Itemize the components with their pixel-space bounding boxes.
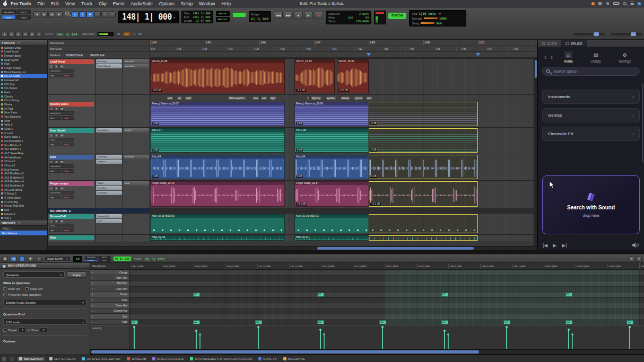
edit-horizontal-scrollbar[interactable] (48, 246, 537, 250)
lyric-word[interactable]: eyelids, (325, 96, 337, 100)
selection-region[interactable]: 0 dB (369, 155, 478, 179)
apple-menu-icon[interactable] (3, 1, 7, 6)
menu-item-window[interactable]: Window (196, 1, 218, 6)
sidebar-track-a4-newknee[interactable]: A4 NewKnee (0, 155, 47, 160)
midi-note-c2[interactable]: C2 (503, 320, 510, 324)
audio-clip[interactable]: Finger snaps_02-40 (150, 181, 285, 207)
sidebar-track-chorus2[interactable]: Chorus2 (0, 163, 47, 167)
scroll-prev-button[interactable]: |◀ (48, 11, 55, 17)
velocity-stem[interactable] (382, 328, 383, 349)
drum-audition-icon[interactable]: ▸ (90, 304, 95, 307)
insert-chrostrip[interactable]: ChroStrip (96, 191, 122, 195)
window-tab-clip-effects[interactable]: CLIP EFFECTS (47, 357, 78, 361)
sidebar-track-oc-drums[interactable]: OC DRUMS (0, 74, 47, 78)
window-tab-synthesizer-v-studio-2araplugin[interactable]: SYNTHESIZER V STUDIO 2ARAPLUGIN (188, 357, 254, 361)
track-view-selector[interactable]: clips (49, 138, 74, 142)
grid-dropdown-icon[interactable]: ▾ (439, 12, 441, 15)
selection-region[interactable] (369, 214, 478, 233)
mute-button[interactable]: M (59, 65, 64, 68)
record-arm-button[interactable]: ● (49, 187, 54, 190)
midi-horizontal-scrollbar[interactable] (90, 349, 644, 354)
mode-button-spot[interactable]: SPOT (16, 10, 31, 14)
delay-chip[interactable]: Dly (123, 32, 130, 36)
drum-audition-icon[interactable]: ▸ (90, 310, 95, 312)
insert-groovecell[interactable]: GrooveCell (96, 214, 122, 218)
send-verb[interactable]: Verb (124, 181, 149, 186)
window-tab-rx-spectral-editor[interactable]: RX SPECTRAL EDITOR (80, 357, 122, 361)
drum-lane-closed-hat[interactable]: ▸Closed Hat (90, 308, 129, 314)
trim-tool-icon[interactable]: ⊲ (11, 256, 16, 261)
mute-button[interactable]: M (59, 160, 64, 164)
dyn-selector[interactable]: dyn (49, 196, 61, 199)
velocity-stem[interactable] (320, 330, 321, 349)
midi-menu-icon[interactable]: ≡ (629, 256, 634, 261)
eucon-badge[interactable]: EUCON (388, 13, 406, 19)
checkbox-note-on[interactable]: ✓Note On (3, 287, 20, 290)
menu-item-audiosuite[interactable]: AudioSuite (128, 1, 156, 6)
insert-psa-1[interactable]: PSA-1 (96, 181, 122, 186)
track-name[interactable]: Kick (49, 155, 94, 160)
midi-note-c2[interactable]: C2 (193, 320, 200, 324)
record-arm-button[interactable]: ● (49, 219, 54, 223)
midi-note-c2[interactable]: C2 (565, 320, 572, 324)
tuplet-a-input[interactable]: 3 (19, 328, 26, 332)
splice-search-box[interactable] (542, 67, 640, 76)
sidebar-track-click-1[interactable]: Click 1 (0, 127, 47, 131)
velocity-lane[interactable] (130, 325, 644, 349)
track-name[interactable]: Hats (49, 235, 94, 240)
checkbox-preserve-note-duration[interactable]: ✓Preserve note duration (3, 293, 41, 296)
lyric-word[interactable]: wait (166, 96, 173, 100)
sidebar-track-sample-drop[interactable]: Sample Drop (0, 46, 47, 50)
lyric-word[interactable]: all (177, 96, 182, 100)
velocity-stem[interactable] (568, 330, 569, 349)
forward-button[interactable]: › (549, 54, 555, 60)
memory-location-2[interactable]: 2 (8, 32, 14, 37)
drum-lane-conga[interactable]: ▸Conga (90, 270, 129, 275)
clip-lane-reeccy-bass[interactable]: Reeccy Bass-cm_01-070 dBReeccy Bass-cm_0… (150, 101, 537, 127)
category-genres[interactable]: Genres› (542, 108, 640, 122)
group-expand-icon[interactable]: ▸ (69, 209, 71, 213)
window-tab-wavelab[interactable]: WAVELAB (125, 357, 148, 361)
tab-splice[interactable]: SPLICE (561, 40, 587, 47)
lyric-word[interactable]: With myself to (228, 96, 246, 100)
lyric-word[interactable]: lose (252, 96, 259, 100)
nav-settings[interactable]: ⚙Settings (619, 51, 631, 63)
back-button[interactable]: ‹ (542, 54, 549, 60)
quantize-target-select[interactable]: Elastic Audio Events▾ (3, 299, 86, 305)
operation-select[interactable]: Quantize▾ (3, 271, 65, 278)
sidebar-track-verb[interactable]: Verb (0, 119, 47, 123)
sidebar-track-verb-2[interactable]: Verb 2 (0, 122, 47, 127)
insert-lo-fi[interactable]: Lo-Fi (96, 219, 122, 223)
options-header[interactable]: Options (3, 339, 86, 343)
insert-lowpass[interactable]: Lowpass (96, 160, 122, 164)
volume-icon[interactable] (632, 242, 640, 249)
notation-view-icon[interactable]: ▦ (2, 256, 8, 261)
sidebar-track-v-love[interactable]: V Love (0, 131, 47, 135)
midi-ruler[interactable]: 146|1|000146|2|000146|3|000146|4|000147|… (130, 263, 644, 269)
selection-region[interactable]: 0 dB (369, 128, 478, 153)
midi-note-c2[interactable]: C2 (441, 320, 448, 324)
sidebar-track-a18-endharm4[interactable]: A18 EndHarm4 (0, 180, 47, 184)
lyric-word[interactable]: always (340, 96, 351, 100)
automation-mode-selector[interactable]: read (62, 74, 74, 77)
sidebar-track-works[interactable]: Works (0, 102, 47, 107)
clip-lane-soar-synth[interactable]: Inst 2-070 dBInst 2-080 dB0 dB (150, 128, 537, 154)
dock-icon-1[interactable] (2, 357, 6, 361)
solo-button[interactable]: S (54, 187, 59, 190)
quantize-grid-select[interactable]: 1/16 note▾ (3, 319, 86, 325)
mute-button[interactable]: M (59, 187, 64, 190)
window-tab-midi-editor[interactable]: MIDI EDITOR (17, 357, 45, 361)
audio-clip[interactable]: Kick_840 dB (294, 155, 369, 179)
record-arm-button[interactable]: ● (49, 107, 54, 111)
sidebar-track-reeccy-bass[interactable]: Reeccy Bass (0, 54, 47, 58)
track-view-selector[interactable]: waveform (49, 69, 74, 73)
audio-clip[interactable]: Kick_02-16-MIDI-91 (294, 214, 369, 233)
search-input[interactable] (552, 68, 621, 74)
send-verb-2[interactable]: Verb 2 (124, 128, 149, 133)
audio-clip[interactable]: Vox.07_15-39+3.0 dB (337, 59, 369, 93)
velocity-stem[interactable] (572, 335, 573, 349)
track-name[interactable]: Finger snaps (49, 181, 94, 186)
sidebar-track-clacks[interactable]: Clacks (0, 94, 47, 99)
grabber-tool-icon[interactable]: ✚ (28, 256, 33, 261)
search-with-sound-dropzone[interactable]: Search with Sound drop here (542, 175, 640, 234)
